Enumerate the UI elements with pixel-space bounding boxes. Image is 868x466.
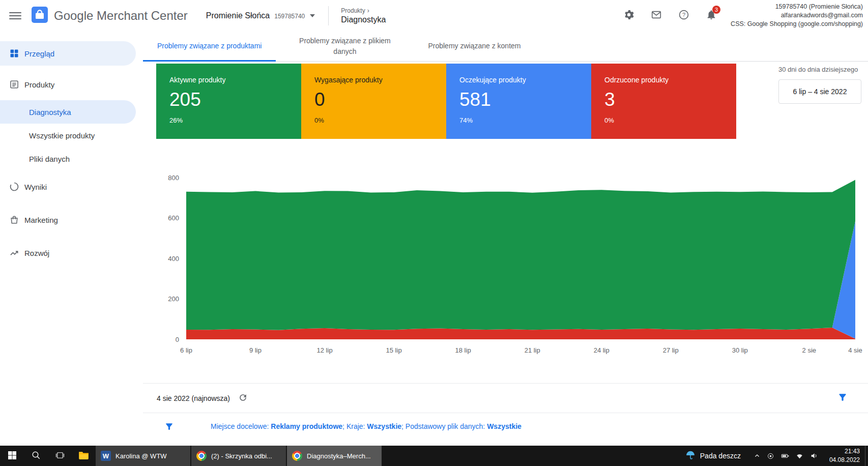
svg-text:400: 400 xyxy=(168,255,179,263)
sidebar-item-diagnostics[interactable]: Diagnostyka xyxy=(0,100,136,124)
account-switcher[interactable]: Promienie Słońca 159785740 xyxy=(206,11,315,20)
svg-text:27 lip: 27 lip xyxy=(663,346,679,354)
sidebar-item-label: Wyniki xyxy=(24,183,47,191)
sidebar-item-label: Wszystkie produkty xyxy=(29,131,95,140)
diagnostics-chart: 02004006008006 lip9 lip12 lip15 lip18 li… xyxy=(153,170,868,360)
svg-text:9 lip: 9 lip xyxy=(249,346,262,354)
refresh-button[interactable] xyxy=(238,393,248,404)
tab-account-issues[interactable]: Problemy związane z kontem xyxy=(414,31,535,61)
sidebar-item-marketing[interactable]: Marketing xyxy=(0,208,136,232)
svg-text:800: 800 xyxy=(168,174,179,182)
overview-grid-icon xyxy=(9,48,20,59)
show-desktop-button[interactable] xyxy=(865,446,868,466)
products-list-icon xyxy=(9,79,20,90)
svg-text:0: 0 xyxy=(176,336,179,343)
sidebar-item-products[interactable]: Produkty xyxy=(0,72,136,97)
funnel-icon[interactable] xyxy=(164,422,174,431)
merchant-center-logo-icon xyxy=(32,7,48,25)
task-view-button[interactable] xyxy=(48,446,72,466)
tab-feed-issues[interactable]: Problemy związane z plikiem danych xyxy=(276,31,414,61)
battery-icon[interactable] xyxy=(781,452,789,460)
card-label: Oczekujące produkty xyxy=(459,76,578,84)
taskbar-search-button[interactable] xyxy=(24,446,48,466)
filter-button[interactable] xyxy=(837,392,848,404)
breadcrumb-parent[interactable]: Produkty xyxy=(341,7,365,14)
account-info-line1: 159785740 (Promienie Słońca) xyxy=(731,3,863,11)
card-label: Wygasające produkty xyxy=(314,76,433,84)
volume-icon[interactable] xyxy=(810,452,818,460)
date-range-panel: 30 dni do dnia dzisiejszego 6 lip – 4 si… xyxy=(778,66,868,104)
latest-data-label: 4 sie 2022 (najnowsza) xyxy=(157,394,230,402)
marketing-bag-icon xyxy=(9,215,20,225)
breadcrumb-chevron-icon: › xyxy=(367,7,369,14)
taskbar-clock[interactable]: 21:43 04.08.2022 xyxy=(824,446,865,466)
clock-date: 04.08.2022 xyxy=(829,456,860,464)
card-percent: 26% xyxy=(169,116,288,124)
notification-badge: 3 xyxy=(712,6,720,14)
card-label: Aktywne produkty xyxy=(169,76,288,84)
svg-text:15 lip: 15 lip xyxy=(386,346,402,354)
card-active-products[interactable]: Aktywne produkty 205 26% xyxy=(156,64,301,139)
tray-app-icon[interactable] xyxy=(767,452,774,460)
header-divider xyxy=(328,6,329,25)
settings-button[interactable] xyxy=(619,6,639,26)
tab-product-issues[interactable]: Problemy związane z produktami xyxy=(143,31,276,61)
main-content: Problemy związane z produktami Problemy … xyxy=(143,31,868,446)
weather-widget[interactable]: Pada deszcz xyxy=(678,446,748,466)
sidebar-item-overview[interactable]: Przegląd xyxy=(0,41,136,66)
sidebar-item-growth[interactable]: Rozwój xyxy=(0,241,136,265)
svg-text:24 lip: 24 lip xyxy=(594,346,610,354)
card-pending-products[interactable]: Oczekujące produkty 581 74% xyxy=(446,64,591,139)
sidebar-item-performance[interactable]: Wyniki xyxy=(0,174,136,199)
sidebar-item-all-products[interactable]: Wszystkie produkty xyxy=(0,124,136,147)
breadcrumb: Produkty› Diagnostyka xyxy=(341,7,386,24)
svg-text:2 sie: 2 sie xyxy=(802,346,816,354)
account-info: 159785740 (Promienie Słońca) alfarankadw… xyxy=(731,3,863,29)
svg-text:18 lip: 18 lip xyxy=(455,346,471,354)
taskbar-spacer xyxy=(383,446,678,466)
account-name: Promienie Słońca xyxy=(206,11,270,20)
sidebar-item-label: Diagnostyka xyxy=(29,108,71,116)
chrome-icon xyxy=(196,451,207,461)
funnel-icon xyxy=(837,392,848,404)
date-range-selector[interactable]: 6 lip – 4 sie 2022 xyxy=(778,79,861,104)
clock-time: 21:43 xyxy=(829,447,860,456)
stacked-area-chart: 02004006008006 lip9 lip12 lip15 lip18 li… xyxy=(153,170,868,360)
notifications-button[interactable]: 3 xyxy=(701,6,721,26)
network-icon[interactable] xyxy=(796,452,803,460)
sidebar-item-label: Rozwój xyxy=(24,249,49,257)
taskbar-word-window[interactable]: W Karolina @ WTW xyxy=(96,446,190,466)
taskbar-chrome-window-2[interactable]: Diagnostyka–Merch... xyxy=(287,446,382,466)
mail-icon xyxy=(651,9,662,22)
folder-icon xyxy=(78,451,89,461)
trending-up-icon xyxy=(9,248,20,258)
card-percent: 74% xyxy=(459,116,578,124)
refresh-icon xyxy=(238,393,248,404)
svg-text:600: 600 xyxy=(168,214,179,222)
messages-button[interactable] xyxy=(646,6,667,26)
gear-icon xyxy=(623,9,634,22)
card-disapproved-products[interactable]: Odrzucone produkty 3 0% xyxy=(591,64,736,139)
menu-button[interactable] xyxy=(9,10,21,22)
merchant-center-logo: Google Merchant Center xyxy=(32,7,188,25)
help-button[interactable]: ? xyxy=(674,6,694,26)
file-explorer-button[interactable] xyxy=(72,446,96,466)
svg-text:?: ? xyxy=(682,12,685,18)
page-title: Diagnostyka xyxy=(341,15,386,24)
start-button[interactable] xyxy=(0,446,24,466)
product-title: Google Merchant Center xyxy=(54,9,188,23)
svg-text:4 sie: 4 sie xyxy=(848,346,862,354)
card-value: 3 xyxy=(604,89,723,110)
tab-bar: Problemy związane z produktami Problemy … xyxy=(143,31,868,62)
sidebar-item-data-feeds[interactable]: Pliki danych xyxy=(0,147,136,170)
sidebar: Przegląd Produkty Diagnostyka Wszystkie … xyxy=(0,31,143,446)
filter-summary: Miejsce docelowe: Reklamy produktowe; Kr… xyxy=(211,422,522,430)
windows-taskbar: W Karolina @ WTW (2) - Skrzynka odbi... … xyxy=(0,446,868,466)
taskbar-chrome-window-1[interactable]: (2) - Skrzynka odbi... xyxy=(191,446,286,466)
date-range-caption: 30 dni do dnia dzisiejszego xyxy=(778,66,868,73)
card-label: Odrzucone produkty xyxy=(604,76,723,84)
chevron-up-icon[interactable] xyxy=(754,453,760,459)
screen: Google Merchant Center Promienie Słońca … xyxy=(0,0,868,466)
card-percent: 0% xyxy=(314,116,433,124)
card-expiring-products[interactable]: Wygasające produkty 0 0% xyxy=(301,64,446,139)
